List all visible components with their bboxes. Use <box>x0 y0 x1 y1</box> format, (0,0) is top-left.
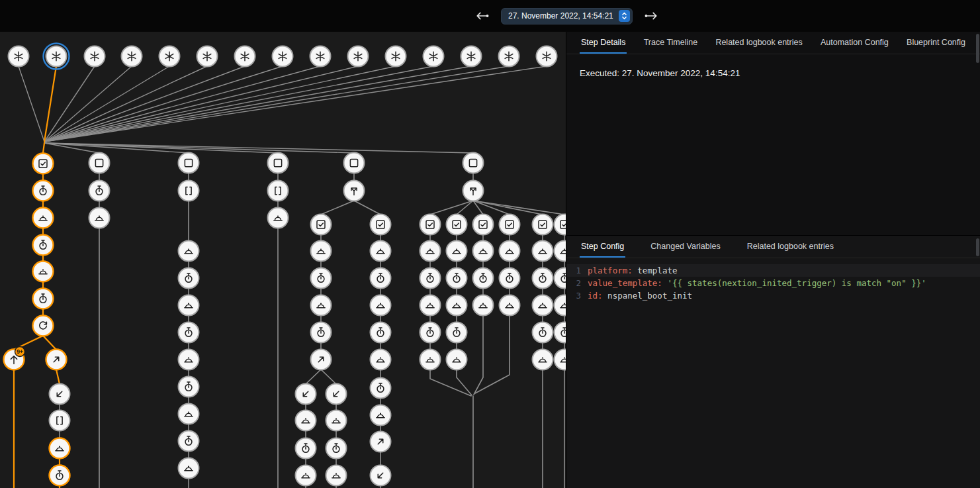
trace-node-service[interactable] <box>371 241 391 262</box>
trace-node-timer[interactable] <box>533 322 553 343</box>
tab-automation-config[interactable]: Automation Config <box>819 32 890 54</box>
trace-node-timer[interactable] <box>473 268 494 289</box>
trace-node-service[interactable] <box>371 295 391 316</box>
trace-node-check[interactable] <box>533 215 553 235</box>
trace-node-check[interactable] <box>33 154 54 174</box>
trigger-node[interactable] <box>499 46 519 67</box>
tab-related-logbook-entries[interactable]: Related logbook entries <box>746 236 835 258</box>
trace-node-timer[interactable] <box>89 181 110 201</box>
trace-node-service[interactable] <box>420 295 441 316</box>
trace-node-timer[interactable] <box>33 181 54 201</box>
trace-node-check[interactable] <box>473 215 494 235</box>
trigger-node[interactable] <box>235 46 255 67</box>
trigger-node[interactable] <box>44 44 69 70</box>
trace-node-arrow-up[interactable]: 9+ <box>4 347 25 370</box>
trace-node-check[interactable] <box>371 215 391 235</box>
trace-node-timer[interactable] <box>371 378 391 399</box>
tab-step-details[interactable]: Step Details <box>580 32 627 54</box>
trigger-node[interactable] <box>9 46 29 67</box>
trace-node-timer[interactable] <box>420 268 441 289</box>
trace-node-check[interactable] <box>447 215 467 235</box>
trace-node-service[interactable] <box>533 350 553 370</box>
trace-node-timer[interactable] <box>311 268 332 289</box>
trace-node-split[interactable] <box>344 181 365 201</box>
trace-node-check[interactable] <box>500 215 520 235</box>
trace-node-refresh[interactable] <box>33 316 54 336</box>
trace-node-timer[interactable] <box>311 322 332 343</box>
trace-node-service[interactable] <box>555 350 566 370</box>
trace-node-brackets[interactable] <box>268 181 289 201</box>
tab-changed-variables[interactable]: Changed Variables <box>649 236 721 258</box>
trace-node-service[interactable] <box>179 241 199 262</box>
trace-node-service[interactable] <box>311 295 332 316</box>
trigger-node[interactable] <box>386 46 406 67</box>
trace-node-branch[interactable] <box>46 350 67 370</box>
trace-node-service[interactable] <box>447 295 467 316</box>
trace-node-check[interactable] <box>555 215 566 235</box>
previous-run-button[interactable] <box>474 7 491 24</box>
trace-node-service[interactable] <box>179 458 199 479</box>
trace-node-timer[interactable] <box>296 438 316 459</box>
yaml-editor[interactable]: 1platform: template2value_template: '{{ … <box>566 258 980 302</box>
tab-step-config[interactable]: Step Config <box>580 236 625 258</box>
trace-node-service[interactable] <box>179 350 199 370</box>
trace-node-timer[interactable] <box>533 268 553 289</box>
trigger-node[interactable] <box>461 46 482 67</box>
trace-node-timer[interactable] <box>179 431 199 452</box>
trace-node-service[interactable] <box>447 241 467 262</box>
trace-node-service[interactable] <box>533 295 553 316</box>
trace-node-service[interactable] <box>89 208 110 228</box>
trace-node-timer[interactable] <box>33 289 54 309</box>
trace-node-timer[interactable] <box>555 268 566 289</box>
trace-node-square[interactable] <box>344 153 365 173</box>
trace-node-service[interactable] <box>500 241 520 262</box>
next-run-button[interactable] <box>643 7 660 24</box>
trace-node-arrowdl[interactable] <box>50 384 70 405</box>
trace-node-square[interactable] <box>179 153 199 173</box>
trace-node-service[interactable] <box>420 241 441 262</box>
trace-node-service[interactable] <box>296 465 316 486</box>
trace-node-branch[interactable] <box>371 432 391 452</box>
trace-node-timer[interactable] <box>33 235 54 256</box>
trigger-node[interactable] <box>122 46 142 67</box>
run-selector[interactable]: 27. November 2022, 14:54:21 <box>501 8 633 24</box>
tab-related-logbook-entries[interactable]: Related logbook entries <box>714 32 803 54</box>
trace-node-service[interactable] <box>268 208 289 228</box>
trace-node-service[interactable] <box>33 208 54 228</box>
trace-node-timer[interactable] <box>179 322 199 343</box>
trace-node-service[interactable] <box>371 350 391 370</box>
trace-node-timer[interactable] <box>371 268 391 289</box>
trace-node-service[interactable] <box>533 241 553 262</box>
trace-node-service[interactable] <box>33 262 54 282</box>
trigger-node[interactable] <box>423 46 444 67</box>
trace-node-service[interactable] <box>473 241 494 262</box>
trace-node-service[interactable] <box>296 411 316 431</box>
trace-node-timer[interactable] <box>447 322 467 343</box>
trace-node-timer[interactable] <box>447 268 467 289</box>
trigger-node[interactable] <box>273 46 293 67</box>
scrollbar-thumb[interactable] <box>976 238 979 256</box>
trace-node-brackets[interactable] <box>179 181 199 201</box>
trace-node-timer[interactable] <box>371 322 391 343</box>
trace-node-brackets[interactable] <box>50 411 70 431</box>
tab-blueprint-config[interactable]: Blueprint Config <box>905 32 967 54</box>
trigger-node[interactable] <box>310 46 331 67</box>
trace-node-timer[interactable] <box>500 268 520 289</box>
trace-node-arrowdl[interactable] <box>296 384 316 405</box>
trace-node-split[interactable] <box>463 181 484 201</box>
trace-node-service[interactable] <box>447 350 467 370</box>
trace-node-check[interactable] <box>420 215 441 235</box>
trace-node-service[interactable] <box>179 295 199 316</box>
trace-node-timer[interactable] <box>420 322 441 343</box>
trace-node-service[interactable] <box>473 295 494 316</box>
trace-node-timer[interactable] <box>179 377 199 397</box>
trigger-node[interactable] <box>197 46 218 67</box>
trigger-node[interactable] <box>85 46 105 67</box>
trace-node-service[interactable] <box>420 350 441 370</box>
scrollbar-thumb[interactable] <box>976 34 979 63</box>
trace-node-arrowdl[interactable] <box>326 384 347 405</box>
trace-node-check[interactable] <box>311 215 332 235</box>
trace-node-branch[interactable] <box>311 350 332 370</box>
trace-node-service[interactable] <box>500 295 520 316</box>
trace-node-square[interactable] <box>268 153 289 173</box>
